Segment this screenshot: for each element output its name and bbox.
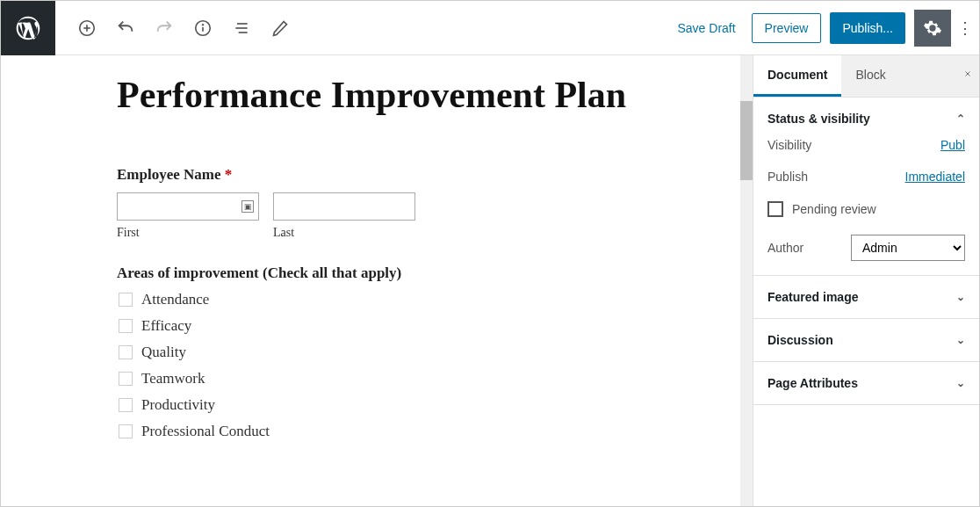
- settings-button[interactable]: [914, 10, 951, 47]
- editor-toolbar-left: [55, 18, 291, 39]
- area-checkbox-label: Professional Conduct: [141, 423, 270, 440]
- panel-page-attributes[interactable]: Page Attributes ⌄: [753, 362, 979, 405]
- info-button[interactable]: [192, 18, 213, 39]
- edit-button[interactable]: [270, 18, 291, 39]
- gear-icon: [923, 18, 942, 38]
- undo-button[interactable]: [115, 18, 136, 39]
- area-checkbox-label: Teamwork: [141, 370, 205, 387]
- areas-checkbox-list: Attendance Efficacy Quality Teamwork Pro…: [117, 291, 633, 440]
- author-label: Author: [767, 241, 803, 255]
- panel-status-title[interactable]: Status & visibility ⌃: [767, 112, 965, 126]
- svg-point-5: [203, 24, 204, 25]
- list-icon: [233, 19, 250, 37]
- employee-name-label: Employee Name *: [117, 166, 633, 184]
- publish-row: Publish Immediatel: [767, 170, 965, 184]
- close-icon: [963, 68, 972, 80]
- chevron-down-icon: ⌄: [956, 291, 965, 303]
- area-checkbox[interactable]: [119, 345, 133, 359]
- pencil-icon: [271, 19, 289, 37]
- area-item: Quality: [119, 344, 633, 361]
- plus-circle-icon: [77, 18, 97, 38]
- publish-button[interactable]: Publish...: [830, 12, 905, 44]
- wordpress-logo[interactable]: [1, 1, 55, 55]
- content: Performance Improvement Plan Employee Na…: [1, 73, 633, 440]
- last-sublabel: Last: [273, 226, 415, 240]
- chevron-down-icon: ⌄: [956, 334, 965, 346]
- pending-review-label: Pending review: [792, 202, 876, 216]
- areas-label: Areas of improvement (Check all that app…: [117, 264, 633, 282]
- pending-review-checkbox[interactable]: [767, 201, 783, 217]
- tab-document[interactable]: Document: [753, 55, 841, 97]
- close-sidebar-button[interactable]: [956, 55, 979, 97]
- top-toolbar: Save Draft Preview Publish... ⋮: [1, 1, 979, 55]
- chevron-down-icon: ⌄: [956, 377, 965, 389]
- info-icon: [193, 18, 213, 38]
- area-checkbox[interactable]: [119, 424, 133, 438]
- first-sublabel: First: [117, 226, 259, 240]
- more-options-button[interactable]: ⋮: [960, 18, 970, 38]
- visibility-row: Visibility Publ: [767, 138, 965, 152]
- chevron-up-icon: ⌃: [956, 112, 965, 125]
- area-checkbox[interactable]: [119, 398, 133, 412]
- panel-status-visibility: Status & visibility ⌃ Visibility Publ Pu…: [753, 98, 979, 276]
- panel-featured-image[interactable]: Featured image ⌄: [753, 276, 979, 319]
- undo-icon: [116, 18, 135, 38]
- required-asterisk: *: [225, 166, 233, 183]
- area-checkbox[interactable]: [119, 372, 133, 386]
- area-checkbox-label: Efficacy: [141, 317, 191, 335]
- first-name-input[interactable]: [117, 192, 259, 221]
- author-select[interactable]: Admin: [851, 235, 965, 261]
- area-item: Professional Conduct: [119, 423, 633, 440]
- editor-toolbar-right: Save Draft Preview Publish... ⋮: [677, 10, 979, 47]
- area-checkbox-label: Quality: [141, 344, 186, 361]
- scrollbar-thumb[interactable]: [740, 101, 753, 180]
- name-fields: ▣ First Last: [117, 192, 633, 240]
- area-checkbox-label: Productivity: [141, 396, 215, 414]
- visibility-value-link[interactable]: Publ: [940, 138, 965, 152]
- main-container: Performance Improvement Plan Employee Na…: [1, 55, 979, 507]
- editor-area: Performance Improvement Plan Employee Na…: [1, 55, 753, 507]
- area-item: Attendance: [119, 291, 633, 308]
- redo-button[interactable]: [154, 18, 175, 39]
- pending-review-row: Pending review: [767, 201, 965, 217]
- panel-discussion[interactable]: Discussion ⌄: [753, 319, 979, 362]
- publish-label: Publish: [767, 170, 808, 184]
- area-checkbox[interactable]: [119, 293, 133, 307]
- outline-button[interactable]: [231, 18, 252, 39]
- add-block-button[interactable]: [76, 18, 97, 39]
- publish-value-link[interactable]: Immediatel: [905, 170, 965, 184]
- input-person-icon: ▣: [241, 200, 254, 213]
- page-title[interactable]: Performance Improvement Plan: [117, 73, 633, 117]
- scrollbar-track[interactable]: [740, 55, 753, 507]
- area-item: Productivity: [119, 396, 633, 414]
- preview-button[interactable]: Preview: [752, 13, 822, 43]
- tab-block[interactable]: Block: [841, 55, 899, 97]
- wordpress-icon: [14, 14, 42, 42]
- visibility-label: Visibility: [767, 138, 811, 152]
- area-checkbox-label: Attendance: [141, 291, 209, 308]
- author-row: Author Admin: [767, 235, 965, 261]
- save-draft-link[interactable]: Save Draft: [677, 21, 735, 35]
- redo-icon: [155, 18, 174, 38]
- sidebar-tabs: Document Block: [753, 55, 979, 98]
- area-item: Efficacy: [119, 317, 633, 335]
- last-name-input[interactable]: [273, 192, 415, 221]
- settings-sidebar: Document Block Status & visibility ⌃ Vis…: [753, 55, 979, 507]
- area-checkbox[interactable]: [119, 319, 133, 333]
- area-item: Teamwork: [119, 370, 633, 387]
